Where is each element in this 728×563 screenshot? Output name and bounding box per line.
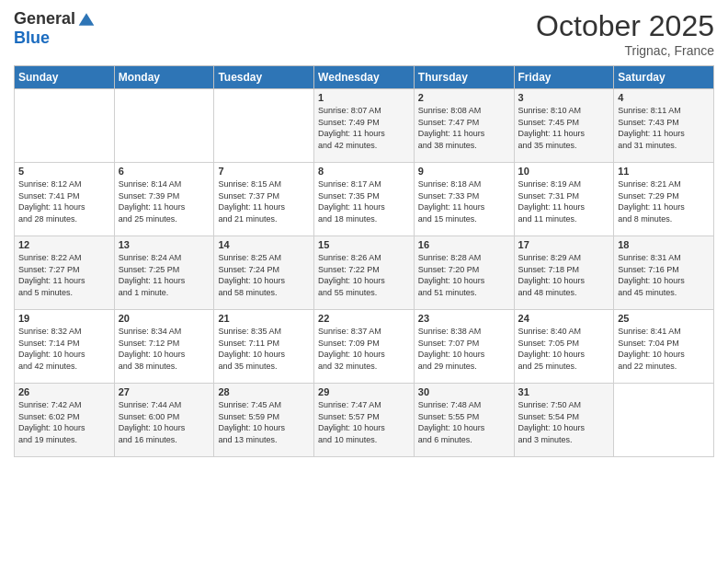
day-number: 4: [618, 92, 710, 103]
page: General Blue October 2025 Trignac, Franc…: [0, 0, 728, 563]
day-info: Sunrise: 8:08 AM Sunset: 7:47 PM Dayligh…: [418, 105, 510, 151]
title-block: October 2025 Trignac, France: [536, 9, 714, 58]
day-info: Sunrise: 8:40 AM Sunset: 7:05 PM Dayligh…: [518, 326, 610, 372]
day-number: 13: [119, 239, 210, 250]
day-number: 19: [18, 313, 110, 324]
day-cell: 25Sunrise: 8:41 AM Sunset: 7:04 PM Dayli…: [614, 310, 714, 384]
day-cell: 11Sunrise: 8:21 AM Sunset: 7:29 PM Dayli…: [614, 163, 714, 236]
day-info: Sunrise: 8:15 AM Sunset: 7:37 PM Dayligh…: [218, 178, 310, 224]
calendar-table: SundayMondayTuesdayWednesdayThursdayFrid…: [14, 65, 714, 457]
day-number: 5: [18, 166, 110, 177]
day-cell: 9Sunrise: 8:18 AM Sunset: 7:33 PM Daylig…: [414, 163, 514, 236]
day-cell: 2Sunrise: 8:08 AM Sunset: 7:47 PM Daylig…: [414, 89, 514, 163]
day-info: Sunrise: 8:10 AM Sunset: 7:45 PM Dayligh…: [518, 105, 610, 151]
day-info: Sunrise: 8:31 AM Sunset: 7:16 PM Dayligh…: [618, 252, 710, 298]
day-info: Sunrise: 7:50 AM Sunset: 5:54 PM Dayligh…: [518, 399, 610, 445]
weekday-header-wednesday: Wednesday: [314, 66, 415, 89]
day-info: Sunrise: 8:38 AM Sunset: 7:07 PM Dayligh…: [418, 326, 510, 372]
day-number: 17: [518, 239, 610, 250]
day-cell: 8Sunrise: 8:17 AM Sunset: 7:35 PM Daylig…: [314, 163, 415, 236]
day-number: 14: [218, 239, 310, 250]
day-info: Sunrise: 8:07 AM Sunset: 7:49 PM Dayligh…: [318, 105, 410, 151]
day-cell: 27Sunrise: 7:44 AM Sunset: 6:00 PM Dayli…: [114, 384, 214, 457]
day-info: Sunrise: 8:18 AM Sunset: 7:33 PM Dayligh…: [418, 178, 510, 224]
day-cell: 12Sunrise: 8:22 AM Sunset: 7:27 PM Dayli…: [15, 236, 115, 310]
day-number: 23: [418, 313, 510, 324]
weekday-header-saturday: Saturday: [614, 66, 714, 89]
day-cell: 26Sunrise: 7:42 AM Sunset: 6:02 PM Dayli…: [15, 384, 115, 457]
week-row-3: 12Sunrise: 8:22 AM Sunset: 7:27 PM Dayli…: [15, 236, 714, 310]
day-number: 12: [18, 239, 110, 250]
day-info: Sunrise: 8:35 AM Sunset: 7:11 PM Dayligh…: [218, 326, 310, 372]
day-number: 21: [218, 313, 310, 324]
day-number: 10: [518, 166, 610, 177]
day-cell: 20Sunrise: 8:34 AM Sunset: 7:12 PM Dayli…: [114, 310, 214, 384]
day-cell: 13Sunrise: 8:24 AM Sunset: 7:25 PM Dayli…: [114, 236, 214, 310]
day-info: Sunrise: 8:12 AM Sunset: 7:41 PM Dayligh…: [18, 178, 110, 224]
day-cell: 10Sunrise: 8:19 AM Sunset: 7:31 PM Dayli…: [514, 163, 614, 236]
day-cell: 18Sunrise: 8:31 AM Sunset: 7:16 PM Dayli…: [614, 236, 714, 310]
day-info: Sunrise: 8:21 AM Sunset: 7:29 PM Dayligh…: [618, 178, 710, 224]
day-cell: 22Sunrise: 8:37 AM Sunset: 7:09 PM Dayli…: [314, 310, 415, 384]
day-cell: 3Sunrise: 8:10 AM Sunset: 7:45 PM Daylig…: [514, 89, 614, 163]
day-cell: [214, 89, 314, 163]
location-subtitle: Trignac, France: [536, 43, 714, 58]
day-number: 31: [518, 386, 610, 397]
day-cell: 17Sunrise: 8:29 AM Sunset: 7:18 PM Dayli…: [514, 236, 614, 310]
day-cell: [614, 384, 714, 457]
day-cell: 15Sunrise: 8:26 AM Sunset: 7:22 PM Dayli…: [314, 236, 415, 310]
day-number: 27: [119, 386, 210, 397]
day-number: 28: [218, 386, 310, 397]
day-cell: 4Sunrise: 8:11 AM Sunset: 7:43 PM Daylig…: [614, 89, 714, 163]
day-info: Sunrise: 8:26 AM Sunset: 7:22 PM Dayligh…: [318, 252, 410, 298]
day-cell: 23Sunrise: 8:38 AM Sunset: 7:07 PM Dayli…: [414, 310, 514, 384]
week-row-4: 19Sunrise: 8:32 AM Sunset: 7:14 PM Dayli…: [15, 310, 714, 384]
day-cell: 14Sunrise: 8:25 AM Sunset: 7:24 PM Dayli…: [214, 236, 314, 310]
day-number: 26: [18, 386, 110, 397]
day-cell: 31Sunrise: 7:50 AM Sunset: 5:54 PM Dayli…: [514, 384, 614, 457]
day-number: 8: [318, 166, 410, 177]
day-info: Sunrise: 7:47 AM Sunset: 5:57 PM Dayligh…: [318, 399, 410, 445]
day-number: 16: [418, 239, 510, 250]
week-row-1: 1Sunrise: 8:07 AM Sunset: 7:49 PM Daylig…: [15, 89, 714, 163]
day-number: 1: [318, 92, 410, 103]
logo-blue-text: Blue: [14, 29, 50, 48]
day-number: 6: [119, 166, 210, 177]
day-info: Sunrise: 8:34 AM Sunset: 7:12 PM Dayligh…: [119, 326, 210, 372]
day-info: Sunrise: 8:19 AM Sunset: 7:31 PM Dayligh…: [518, 178, 610, 224]
week-row-2: 5Sunrise: 8:12 AM Sunset: 7:41 PM Daylig…: [15, 163, 714, 236]
day-cell: 19Sunrise: 8:32 AM Sunset: 7:14 PM Dayli…: [15, 310, 115, 384]
day-number: 25: [618, 313, 710, 324]
day-number: 22: [318, 313, 410, 324]
day-number: 24: [518, 313, 610, 324]
day-cell: 24Sunrise: 8:40 AM Sunset: 7:05 PM Dayli…: [514, 310, 614, 384]
day-info: Sunrise: 8:11 AM Sunset: 7:43 PM Dayligh…: [618, 105, 710, 151]
day-number: 7: [218, 166, 310, 177]
day-cell: 30Sunrise: 7:48 AM Sunset: 5:55 PM Dayli…: [414, 384, 514, 457]
day-info: Sunrise: 8:24 AM Sunset: 7:25 PM Dayligh…: [119, 252, 210, 298]
day-cell: 7Sunrise: 8:15 AM Sunset: 7:37 PM Daylig…: [214, 163, 314, 236]
day-number: 9: [418, 166, 510, 177]
day-info: Sunrise: 8:32 AM Sunset: 7:14 PM Dayligh…: [18, 326, 110, 372]
day-info: Sunrise: 8:22 AM Sunset: 7:27 PM Dayligh…: [18, 252, 110, 298]
logo-general-text: General: [14, 9, 75, 29]
logo: General Blue: [14, 9, 96, 48]
svg-marker-0: [79, 13, 95, 25]
weekday-header-sunday: Sunday: [15, 66, 115, 89]
day-cell: 21Sunrise: 8:35 AM Sunset: 7:11 PM Dayli…: [214, 310, 314, 384]
weekday-header-row: SundayMondayTuesdayWednesdayThursdayFrid…: [15, 66, 714, 89]
day-cell: 28Sunrise: 7:45 AM Sunset: 5:59 PM Dayli…: [214, 384, 314, 457]
day-info: Sunrise: 8:17 AM Sunset: 7:35 PM Dayligh…: [318, 178, 410, 224]
month-title: October 2025: [536, 9, 714, 43]
logo-icon: [77, 10, 96, 29]
day-info: Sunrise: 7:42 AM Sunset: 6:02 PM Dayligh…: [18, 399, 110, 445]
day-info: Sunrise: 8:25 AM Sunset: 7:24 PM Dayligh…: [218, 252, 310, 298]
header: General Blue October 2025 Trignac, Franc…: [14, 9, 714, 58]
day-number: 2: [418, 92, 510, 103]
day-number: 18: [618, 239, 710, 250]
day-info: Sunrise: 7:45 AM Sunset: 5:59 PM Dayligh…: [218, 399, 310, 445]
day-info: Sunrise: 8:41 AM Sunset: 7:04 PM Dayligh…: [618, 326, 710, 372]
day-info: Sunrise: 8:37 AM Sunset: 7:09 PM Dayligh…: [318, 326, 410, 372]
day-number: 30: [418, 386, 510, 397]
day-cell: 29Sunrise: 7:47 AM Sunset: 5:57 PM Dayli…: [314, 384, 415, 457]
